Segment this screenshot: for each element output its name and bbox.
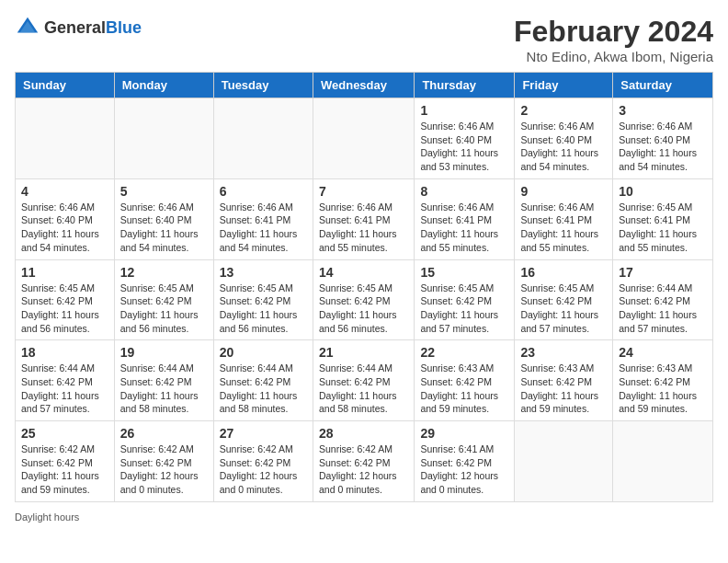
calendar-day-cell: 23Sunrise: 6:43 AM Sunset: 6:42 PM Dayli…	[515, 340, 613, 421]
calendar-day-cell: 18Sunrise: 6:44 AM Sunset: 6:42 PM Dayli…	[16, 340, 115, 421]
day-info: Sunrise: 6:43 AM Sunset: 6:42 PM Dayligh…	[619, 362, 707, 416]
day-info: Sunrise: 6:41 AM Sunset: 6:42 PM Dayligh…	[420, 442, 508, 497]
day-number: 10	[619, 184, 707, 199]
day-number: 27	[220, 426, 307, 441]
calendar-day-cell: 26Sunrise: 6:42 AM Sunset: 6:42 PM Dayli…	[114, 421, 213, 502]
day-info: Sunrise: 6:42 AM Sunset: 6:42 PM Dayligh…	[220, 442, 307, 497]
day-number: 4	[21, 184, 108, 199]
day-number: 7	[319, 184, 408, 199]
logo-general: General	[44, 18, 106, 37]
day-number: 2	[520, 103, 607, 118]
day-of-week-header: Friday	[515, 73, 613, 98]
calendar-day-cell: 11Sunrise: 6:45 AM Sunset: 6:42 PM Dayli…	[16, 259, 115, 340]
calendar-week-row: 18Sunrise: 6:44 AM Sunset: 6:42 PM Dayli…	[16, 340, 713, 421]
logo-icon	[15, 15, 40, 40]
day-info: Sunrise: 6:46 AM Sunset: 6:40 PM Dayligh…	[619, 120, 707, 174]
day-info: Sunrise: 6:46 AM Sunset: 6:40 PM Dayligh…	[520, 120, 607, 174]
day-info: Sunrise: 6:44 AM Sunset: 6:42 PM Dayligh…	[120, 362, 208, 416]
calendar-day-cell: 3Sunrise: 6:46 AM Sunset: 6:40 PM Daylig…	[613, 98, 713, 179]
calendar-day-cell: 29Sunrise: 6:41 AM Sunset: 6:42 PM Dayli…	[415, 421, 515, 502]
subtitle: Nto Edino, Akwa Ibom, Nigeria	[514, 49, 713, 64]
calendar-day-cell	[114, 98, 213, 179]
main-title: February 2024	[514, 15, 713, 49]
calendar-day-cell: 8Sunrise: 6:46 AM Sunset: 6:41 PM Daylig…	[415, 178, 515, 259]
calendar-week-row: 1Sunrise: 6:46 AM Sunset: 6:40 PM Daylig…	[16, 98, 713, 179]
calendar-day-cell: 7Sunrise: 6:46 AM Sunset: 6:41 PM Daylig…	[313, 178, 414, 259]
calendar-day-cell: 12Sunrise: 6:45 AM Sunset: 6:42 PM Dayli…	[114, 259, 213, 340]
day-info: Sunrise: 6:46 AM Sunset: 6:41 PM Dayligh…	[420, 201, 508, 255]
day-number: 16	[520, 265, 607, 280]
day-of-week-header: Monday	[114, 73, 213, 98]
day-info: Sunrise: 6:43 AM Sunset: 6:42 PM Dayligh…	[420, 362, 508, 416]
title-block: February 2024 Nto Edino, Akwa Ibom, Nige…	[514, 15, 713, 64]
calendar-day-cell: 25Sunrise: 6:42 AM Sunset: 6:42 PM Dayli…	[16, 421, 115, 502]
day-number: 24	[619, 345, 707, 360]
calendar-day-cell: 9Sunrise: 6:46 AM Sunset: 6:41 PM Daylig…	[515, 178, 613, 259]
day-number: 21	[319, 345, 408, 360]
day-number: 25	[21, 426, 108, 441]
calendar-table: SundayMondayTuesdayWednesdayThursdayFrid…	[15, 72, 713, 502]
calendar-day-cell: 1Sunrise: 6:46 AM Sunset: 6:40 PM Daylig…	[415, 98, 515, 179]
day-of-week-header: Sunday	[16, 73, 115, 98]
day-number: 3	[619, 103, 707, 118]
logo-text: GeneralBlue	[44, 18, 142, 38]
day-info: Sunrise: 6:45 AM Sunset: 6:42 PM Dayligh…	[520, 282, 607, 336]
day-info: Sunrise: 6:44 AM Sunset: 6:42 PM Dayligh…	[319, 362, 408, 416]
day-info: Sunrise: 6:44 AM Sunset: 6:42 PM Dayligh…	[21, 362, 108, 416]
day-number: 18	[21, 345, 108, 360]
day-info: Sunrise: 6:46 AM Sunset: 6:41 PM Dayligh…	[319, 201, 408, 255]
day-number: 15	[420, 265, 508, 280]
day-number: 9	[520, 184, 607, 199]
day-number: 19	[120, 345, 208, 360]
day-number: 17	[619, 265, 707, 280]
calendar-week-row: 4Sunrise: 6:46 AM Sunset: 6:40 PM Daylig…	[16, 178, 713, 259]
day-number: 13	[220, 265, 307, 280]
day-info: Sunrise: 6:46 AM Sunset: 6:40 PM Dayligh…	[420, 120, 508, 174]
calendar-footer: Daylight hours	[15, 511, 713, 523]
calendar-day-cell: 5Sunrise: 6:46 AM Sunset: 6:40 PM Daylig…	[114, 178, 213, 259]
calendar-day-cell: 10Sunrise: 6:45 AM Sunset: 6:41 PM Dayli…	[613, 178, 713, 259]
calendar-day-cell: 22Sunrise: 6:43 AM Sunset: 6:42 PM Dayli…	[415, 340, 515, 421]
calendar-day-cell	[16, 98, 115, 179]
calendar-day-cell: 27Sunrise: 6:42 AM Sunset: 6:42 PM Dayli…	[213, 421, 313, 502]
calendar-day-cell: 20Sunrise: 6:44 AM Sunset: 6:42 PM Dayli…	[213, 340, 313, 421]
day-number: 11	[21, 265, 108, 280]
calendar-day-cell: 4Sunrise: 6:46 AM Sunset: 6:40 PM Daylig…	[16, 178, 115, 259]
calendar-day-cell	[613, 421, 713, 502]
daylight-legend: Daylight hours	[15, 511, 79, 523]
day-info: Sunrise: 6:45 AM Sunset: 6:41 PM Dayligh…	[619, 201, 707, 255]
page-header: GeneralBlue February 2024 Nto Edino, Akw…	[15, 15, 713, 64]
day-number: 12	[120, 265, 208, 280]
day-info: Sunrise: 6:42 AM Sunset: 6:42 PM Dayligh…	[120, 442, 208, 497]
logo-blue: Blue	[106, 18, 142, 37]
calendar-day-cell: 14Sunrise: 6:45 AM Sunset: 6:42 PM Dayli…	[313, 259, 414, 340]
day-info: Sunrise: 6:42 AM Sunset: 6:42 PM Dayligh…	[21, 442, 108, 497]
day-info: Sunrise: 6:43 AM Sunset: 6:42 PM Dayligh…	[520, 362, 607, 416]
calendar-day-cell	[515, 421, 613, 502]
day-info: Sunrise: 6:46 AM Sunset: 6:40 PM Dayligh…	[21, 201, 108, 255]
day-info: Sunrise: 6:44 AM Sunset: 6:42 PM Dayligh…	[619, 282, 707, 336]
day-number: 14	[319, 265, 408, 280]
calendar-day-cell: 19Sunrise: 6:44 AM Sunset: 6:42 PM Dayli…	[114, 340, 213, 421]
day-info: Sunrise: 6:46 AM Sunset: 6:41 PM Dayligh…	[520, 201, 607, 255]
day-info: Sunrise: 6:46 AM Sunset: 6:41 PM Dayligh…	[220, 201, 307, 255]
day-info: Sunrise: 6:45 AM Sunset: 6:42 PM Dayligh…	[21, 282, 108, 336]
calendar-week-row: 25Sunrise: 6:42 AM Sunset: 6:42 PM Dayli…	[16, 421, 713, 502]
day-of-week-header: Thursday	[415, 73, 515, 98]
day-of-week-header: Tuesday	[213, 73, 313, 98]
day-number: 20	[220, 345, 307, 360]
day-number: 26	[120, 426, 208, 441]
calendar-day-cell: 17Sunrise: 6:44 AM Sunset: 6:42 PM Dayli…	[613, 259, 713, 340]
day-of-week-header: Saturday	[613, 73, 713, 98]
calendar-week-row: 11Sunrise: 6:45 AM Sunset: 6:42 PM Dayli…	[16, 259, 713, 340]
day-number: 28	[319, 426, 408, 441]
calendar-day-cell: 15Sunrise: 6:45 AM Sunset: 6:42 PM Dayli…	[415, 259, 515, 340]
calendar-day-cell: 21Sunrise: 6:44 AM Sunset: 6:42 PM Dayli…	[313, 340, 414, 421]
day-number: 6	[220, 184, 307, 199]
calendar-day-cell	[213, 98, 313, 179]
calendar-day-cell: 28Sunrise: 6:42 AM Sunset: 6:42 PM Dayli…	[313, 421, 414, 502]
day-info: Sunrise: 6:45 AM Sunset: 6:42 PM Dayligh…	[120, 282, 208, 336]
day-info: Sunrise: 6:45 AM Sunset: 6:42 PM Dayligh…	[319, 282, 408, 336]
day-number: 5	[120, 184, 208, 199]
day-info: Sunrise: 6:45 AM Sunset: 6:42 PM Dayligh…	[220, 282, 307, 336]
